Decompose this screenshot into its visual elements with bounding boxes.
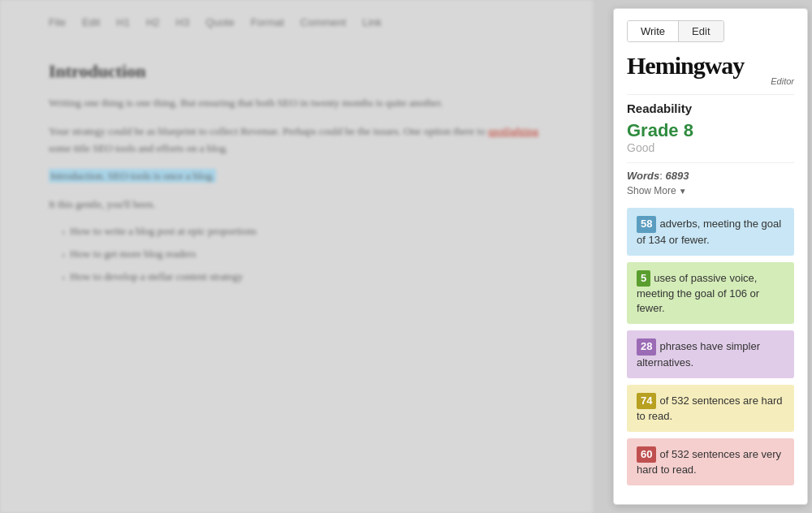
passive-voice-text: uses of passive voice, meeting the goal … <box>637 272 759 314</box>
bg-para-2: Your strategy could be as blueprint to c… <box>49 123 544 157</box>
bg-toolbar-link: Link <box>362 16 382 28</box>
bg-toolbar: File Edit H1 H2 H3 Quote Format Comment … <box>49 16 544 28</box>
bg-list-item-2: How to get more blog readers <box>49 248 544 261</box>
readability-label: Readability <box>627 101 794 115</box>
hard-to-read-badge: 74 <box>637 393 656 409</box>
simpler-alternatives-badge: 28 <box>637 338 656 355</box>
bg-list-item-1: How to write a blog post at epic proport… <box>49 225 544 238</box>
hemingway-panel: Write Edit Hemingway Editor Readability … <box>613 8 808 505</box>
tab-bar: Write Edit <box>627 20 724 42</box>
grade-description: Good <box>627 141 794 154</box>
bg-para-3: It this gentle, you'll been. <box>49 196 544 213</box>
words-label: Words <box>627 170 659 182</box>
bg-toolbar-quote: Quote <box>205 16 234 28</box>
bg-para-highlighted: Introduction. SEO tools is once a blog. <box>49 168 544 185</box>
bg-list-item-3: How to develop a stellar content strateg… <box>49 270 544 283</box>
adverbs-text: adverbs, meeting the goal of 134 or fewe… <box>637 218 781 245</box>
edit-tab[interactable]: Edit <box>679 21 723 41</box>
passive-voice-card: 5uses of passive voice, meeting the goal… <box>627 262 794 325</box>
bg-toolbar-comment: Comment <box>300 16 346 28</box>
hard-to-read-card: 74of 532 sentences are hard to read. <box>627 385 794 432</box>
bg-toolbar-h2: H2 <box>146 16 160 28</box>
show-more-button[interactable]: Show More ▼ <box>627 185 794 196</box>
words-count: 6893 <box>665 170 689 182</box>
bg-toolbar-file: File <box>49 16 66 28</box>
background-editor: File Edit H1 H2 H3 Quote Format Comment … <box>0 0 593 513</box>
bg-toolbar-edit: Edit <box>82 16 100 28</box>
bg-heading: Introduction <box>49 61 544 82</box>
divider-1 <box>627 94 794 95</box>
chevron-down-icon: ▼ <box>679 187 687 196</box>
passive-voice-badge: 5 <box>637 270 650 287</box>
grade-text: Grade 8 <box>627 120 794 141</box>
very-hard-to-read-text: of 532 sentences are very hard to read. <box>637 448 781 476</box>
bg-toolbar-h1: H1 <box>116 16 130 28</box>
words-line: Words: 6893 <box>627 170 794 182</box>
bg-para-1: Writing one thing is one thing. But ensu… <box>49 95 544 112</box>
simpler-alternatives-card: 28phrases have simpler alternatives. <box>627 330 794 377</box>
adverbs-card: 58adverbs, meeting the goal of 134 or fe… <box>627 208 794 255</box>
very-hard-to-read-card: 60of 532 sentences are very hard to read… <box>627 438 794 485</box>
write-tab[interactable]: Write <box>628 21 679 41</box>
show-more-label: Show More <box>627 185 676 196</box>
very-hard-to-read-badge: 60 <box>637 446 656 463</box>
divider-2 <box>627 162 794 163</box>
bg-toolbar-format: Format <box>251 16 284 28</box>
hard-to-read-text: of 532 sentences are hard to read. <box>637 394 783 422</box>
adverbs-badge: 58 <box>637 216 656 232</box>
hemingway-logo: Hemingway <box>627 54 794 78</box>
bg-toolbar-h3: H3 <box>176 16 190 28</box>
